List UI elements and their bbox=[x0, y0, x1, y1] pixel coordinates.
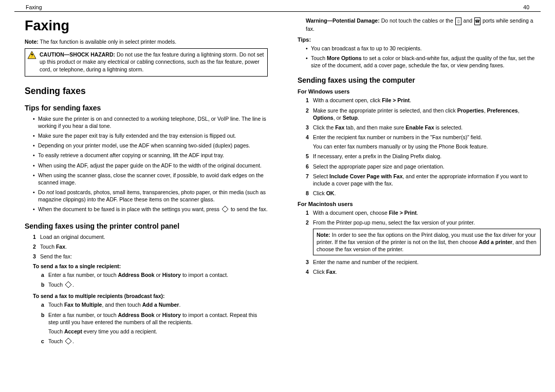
columns: Faxing Note: The fax function is availab… bbox=[14, 16, 541, 349]
mac-title: For Macintosh users bbox=[287, 201, 541, 207]
step: 3Send the fax: bbox=[33, 253, 268, 260]
step: 4Click Fax. bbox=[306, 268, 541, 275]
left-column: Faxing Note: The fax function is availab… bbox=[14, 16, 268, 349]
step: 7Select Include Cover Page with Fax, and… bbox=[306, 173, 541, 187]
svg-marker-1 bbox=[222, 206, 228, 212]
note-line: Note: The fax function is available only… bbox=[14, 38, 268, 45]
step: 1With a document open, choose File > Pri… bbox=[306, 209, 541, 216]
multi-steps: aTouch Fax to Multiple, and then touch A… bbox=[14, 301, 268, 346]
step: 3Click the Fax tab, and then make sure E… bbox=[306, 124, 541, 131]
svg-marker-2 bbox=[65, 282, 71, 288]
sub-step: aEnter a fax number, or touch Address Bo… bbox=[41, 271, 268, 278]
header-left: Faxing bbox=[26, 4, 42, 10]
svg-marker-3 bbox=[65, 338, 71, 344]
mac-note-box: Note: In order to see the fax options on… bbox=[313, 229, 541, 256]
tip-item: Make sure the printer is on and connecte… bbox=[33, 115, 268, 129]
page: Faxing 40 Faxing Note: The fax function … bbox=[0, 0, 555, 392]
note-text: The fax function is available only in se… bbox=[39, 39, 176, 45]
sub-step: bEnter a fax number, or touch Address Bo… bbox=[41, 311, 268, 335]
windows-steps: 1With a document open, click File > Prin… bbox=[287, 97, 541, 197]
step: 2Make sure the appropriate printer is se… bbox=[306, 107, 541, 121]
tip-item: When using the ADF, adjust the paper gui… bbox=[33, 162, 268, 169]
sub-step: cTouch . bbox=[41, 338, 268, 346]
warning-label: Warning—Potential Damage: bbox=[306, 17, 380, 24]
step: 3Enter the name and number of the recipi… bbox=[306, 258, 541, 266]
right-tips-list: You can broadcast a fax to up to 30 reci… bbox=[287, 45, 541, 69]
note-label: Note: bbox=[25, 39, 39, 45]
shock-hazard-icon bbox=[27, 51, 36, 61]
start-diamond-icon bbox=[65, 338, 72, 346]
ext-port-icon: ☎ bbox=[474, 17, 480, 25]
right-column: Warning—Potential Damage: Do not touch t… bbox=[287, 16, 541, 349]
tip-item: When using the scanner glass, close the … bbox=[33, 172, 268, 186]
tip-item: Touch More Options to set a color or bla… bbox=[306, 54, 541, 69]
control-panel-steps: 1Load an original document. 2Touch Fax. … bbox=[14, 233, 268, 260]
h2-sending-faxes: Sending faxes bbox=[14, 86, 268, 97]
tip-item: You can broadcast a fax to up to 30 reci… bbox=[306, 45, 541, 52]
step: 2From the Printer pop-up menu, select th… bbox=[306, 219, 541, 255]
warning-line: Warning—Potential Damage: Do not touch t… bbox=[287, 17, 541, 32]
multiple-recipient-title: To send a fax to multiple recipients (br… bbox=[14, 293, 268, 299]
tips-list: Make sure the printer is on and connecte… bbox=[14, 115, 268, 215]
caution-label: CAUTION—SHOCK HAZARD: bbox=[40, 51, 115, 58]
tip-item: To easily retrieve a document after copy… bbox=[33, 152, 268, 159]
note-label: Note: bbox=[317, 232, 330, 238]
tips-label: Tips: bbox=[287, 36, 541, 43]
header-page-number: 40 bbox=[523, 4, 529, 10]
sub-step: aTouch Fax to Multiple, and then touch A… bbox=[41, 301, 268, 308]
windows-title: For Windows users bbox=[287, 88, 541, 95]
page-header: Faxing 40 bbox=[14, 4, 541, 12]
step: 1With a document open, click File > Prin… bbox=[306, 97, 541, 104]
h3-computer: Sending faxes using the computer bbox=[287, 76, 541, 84]
sub-step: bTouch . bbox=[41, 281, 268, 290]
h3-tips: Tips for sending faxes bbox=[14, 104, 268, 112]
step: 1Load an original document. bbox=[33, 233, 268, 240]
tip-item: Make sure the paper exit tray is fully e… bbox=[33, 132, 268, 139]
tip-item: Depending on your printer model, use the… bbox=[33, 142, 268, 149]
single-steps: aEnter a fax number, or touch Address Bo… bbox=[14, 271, 268, 290]
mac-steps: 1With a document open, choose File > Pri… bbox=[287, 209, 541, 275]
step: 5If necessary, enter a prefix in the Dia… bbox=[306, 153, 541, 160]
tip-item: Do not load postcards, photos, small ite… bbox=[33, 189, 268, 203]
h1-faxing: Faxing bbox=[14, 18, 268, 34]
single-recipient-title: To send a fax to a single recipient: bbox=[14, 263, 268, 269]
h3-control-panel: Sending faxes using the printer control … bbox=[14, 222, 268, 230]
line-port-icon: ▯ bbox=[455, 17, 461, 25]
start-diamond-icon bbox=[221, 206, 229, 214]
step: 6Select the appropriate paper size and p… bbox=[306, 163, 541, 170]
step: 8Click OK. bbox=[306, 190, 541, 197]
step: 4Enter the recipient fax number or numbe… bbox=[306, 134, 541, 150]
step: 2Touch Fax. bbox=[33, 243, 268, 250]
tip-item: When the document to be faxed is in plac… bbox=[33, 206, 268, 214]
start-diamond-icon bbox=[65, 281, 72, 290]
caution-box: CAUTION—SHOCK HAZARD: Do not use the fax… bbox=[25, 48, 268, 77]
